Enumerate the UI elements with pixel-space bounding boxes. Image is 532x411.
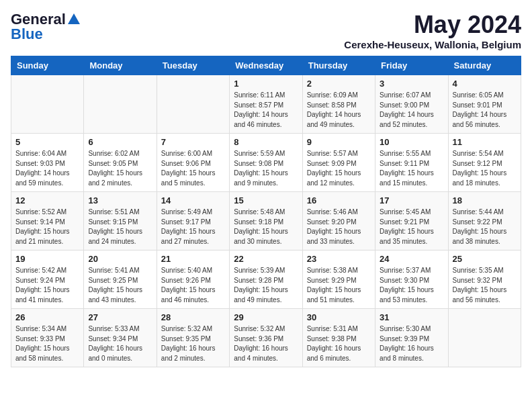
calendar-cell: 7Sunrise: 6:00 AMSunset: 9:06 PMDaylight… [157,134,229,192]
calendar-table: SundayMondayTuesdayWednesdayThursdayFrid… [11,56,521,367]
day-header-sunday: Sunday [11,56,84,75]
cell-content: Sunrise: 5:42 AMSunset: 9:24 PMDaylight:… [15,266,79,305]
cell-content: Sunrise: 6:09 AMSunset: 8:58 PMDaylight:… [307,91,371,130]
cell-content: Sunrise: 6:07 AMSunset: 9:00 PMDaylight:… [380,91,443,130]
location-title: Cerexhe-Heuseux, Wallonia, Belgium [344,39,521,50]
cell-content: Sunrise: 5:52 AMSunset: 9:14 PMDaylight:… [15,208,79,246]
calendar-cell: 5Sunrise: 6:04 AMSunset: 9:03 PMDaylight… [11,134,84,192]
day-header-thursday: Thursday [302,56,375,75]
day-number: 31 [380,312,443,322]
day-number: 6 [88,137,152,147]
cell-content: Sunrise: 6:04 AMSunset: 9:03 PMDaylight:… [15,149,79,188]
cell-content: Sunrise: 5:45 AMSunset: 9:21 PMDaylight:… [380,208,443,246]
day-number: 28 [161,312,225,322]
calendar-cell: 12Sunrise: 5:52 AMSunset: 9:14 PMDayligh… [11,192,84,250]
cell-content: Sunrise: 5:39 AMSunset: 9:28 PMDaylight:… [234,266,298,305]
day-number: 18 [453,195,517,205]
svg-marker-0 [68,13,80,24]
day-number: 22 [234,254,298,264]
day-number: 13 [88,195,152,205]
calendar-cell: 2Sunrise: 6:09 AMSunset: 8:58 PMDaylight… [302,75,375,134]
calendar-cell: 9Sunrise: 5:57 AMSunset: 9:09 PMDaylight… [302,134,375,192]
calendar-cell: 31Sunrise: 5:30 AMSunset: 9:39 PMDayligh… [375,309,448,367]
day-number: 21 [161,254,225,264]
day-number: 24 [380,254,443,264]
day-number: 16 [307,195,371,205]
cell-content: Sunrise: 5:48 AMSunset: 9:18 PMDaylight:… [234,208,298,246]
day-number: 30 [307,312,371,322]
logo-blue: Blue [11,26,43,43]
calendar-cell: 6Sunrise: 6:02 AMSunset: 9:05 PMDaylight… [84,134,157,192]
day-number: 15 [234,195,298,205]
calendar-cell: 18Sunrise: 5:44 AMSunset: 9:22 PMDayligh… [448,192,521,250]
calendar-cell: 25Sunrise: 5:35 AMSunset: 9:32 PMDayligh… [448,250,521,309]
calendar-cell [157,75,229,134]
calendar-cell: 23Sunrise: 5:38 AMSunset: 9:29 PMDayligh… [302,250,375,309]
calendar-cell: 16Sunrise: 5:46 AMSunset: 9:20 PMDayligh… [302,192,375,250]
cell-content: Sunrise: 5:55 AMSunset: 9:11 PMDaylight:… [380,149,443,188]
calendar-cell: 27Sunrise: 5:33 AMSunset: 9:34 PMDayligh… [84,309,157,367]
cell-content: Sunrise: 5:38 AMSunset: 9:29 PMDaylight:… [307,266,371,305]
day-number: 27 [88,312,152,322]
calendar-week-3: 12Sunrise: 5:52 AMSunset: 9:14 PMDayligh… [11,192,521,250]
cell-content: Sunrise: 6:11 AMSunset: 8:57 PMDaylight:… [234,91,298,130]
calendar-cell: 19Sunrise: 5:42 AMSunset: 9:24 PMDayligh… [11,250,84,309]
cell-content: Sunrise: 5:51 AMSunset: 9:15 PMDaylight:… [88,208,152,246]
day-header-monday: Monday [84,56,157,75]
cell-content: Sunrise: 5:57 AMSunset: 9:09 PMDaylight:… [307,149,371,188]
calendar-week-5: 26Sunrise: 5:34 AMSunset: 9:33 PMDayligh… [11,309,521,367]
cell-content: Sunrise: 6:05 AMSunset: 9:01 PMDaylight:… [453,91,517,130]
day-number: 10 [380,137,443,147]
calendar-cell: 14Sunrise: 5:49 AMSunset: 9:17 PMDayligh… [157,192,229,250]
calendar-week-2: 5Sunrise: 6:04 AMSunset: 9:03 PMDaylight… [11,134,521,192]
page-header: General Blue May 2024 Cerexhe-Heuseux, W… [11,11,521,50]
cell-content: Sunrise: 5:44 AMSunset: 9:22 PMDaylight:… [453,208,517,246]
calendar-cell: 3Sunrise: 6:07 AMSunset: 9:00 PMDaylight… [375,75,448,134]
day-number: 2 [307,79,371,89]
cell-content: Sunrise: 5:30 AMSunset: 9:39 PMDaylight:… [380,324,443,363]
cell-content: Sunrise: 6:02 AMSunset: 9:05 PMDaylight:… [88,149,152,188]
day-number: 1 [234,79,298,89]
calendar-cell: 24Sunrise: 5:37 AMSunset: 9:30 PMDayligh… [375,250,448,309]
day-number: 11 [453,137,517,147]
calendar-cell: 4Sunrise: 6:05 AMSunset: 9:01 PMDaylight… [448,75,521,134]
logo-icon [66,12,81,27]
calendar-cell [84,75,157,134]
calendar-cell: 1Sunrise: 6:11 AMSunset: 8:57 PMDaylight… [230,75,302,134]
day-number: 17 [380,195,443,205]
day-number: 9 [307,137,371,147]
cell-content: Sunrise: 5:46 AMSunset: 9:20 PMDaylight:… [307,208,371,246]
cell-content: Sunrise: 5:54 AMSunset: 9:12 PMDaylight:… [453,149,517,188]
day-number: 14 [161,195,225,205]
day-number: 29 [234,312,298,322]
calendar-cell: 20Sunrise: 5:41 AMSunset: 9:25 PMDayligh… [84,250,157,309]
calendar-cell [448,309,521,367]
calendar-cell: 17Sunrise: 5:45 AMSunset: 9:21 PMDayligh… [375,192,448,250]
cell-content: Sunrise: 5:33 AMSunset: 9:34 PMDaylight:… [88,324,152,363]
cell-content: Sunrise: 5:32 AMSunset: 9:36 PMDaylight:… [234,324,298,363]
day-number: 7 [161,137,225,147]
day-number: 12 [15,195,79,205]
day-number: 4 [453,79,517,89]
title-section: May 2024 Cerexhe-Heuseux, Wallonia, Belg… [344,11,521,50]
cell-content: Sunrise: 5:32 AMSunset: 9:35 PMDaylight:… [161,324,225,363]
cell-content: Sunrise: 5:31 AMSunset: 9:38 PMDaylight:… [307,324,371,363]
logo: General Blue [11,11,82,43]
day-number: 20 [88,254,152,264]
cell-content: Sunrise: 5:35 AMSunset: 9:32 PMDaylight:… [453,266,517,305]
calendar-cell: 15Sunrise: 5:48 AMSunset: 9:18 PMDayligh… [230,192,302,250]
month-title: May 2024 [344,11,521,39]
calendar-cell: 22Sunrise: 5:39 AMSunset: 9:28 PMDayligh… [230,250,302,309]
day-header-saturday: Saturday [448,56,521,75]
cell-content: Sunrise: 5:37 AMSunset: 9:30 PMDaylight:… [380,266,443,305]
day-header-tuesday: Tuesday [157,56,229,75]
cell-content: Sunrise: 5:59 AMSunset: 9:08 PMDaylight:… [234,149,298,188]
cell-content: Sunrise: 5:49 AMSunset: 9:17 PMDaylight:… [161,208,225,246]
day-number: 5 [15,137,79,147]
day-number: 25 [453,254,517,264]
day-number: 8 [234,137,298,147]
cell-content: Sunrise: 5:34 AMSunset: 9:33 PMDaylight:… [15,324,79,363]
calendar-cell: 13Sunrise: 5:51 AMSunset: 9:15 PMDayligh… [84,192,157,250]
calendar-cell: 29Sunrise: 5:32 AMSunset: 9:36 PMDayligh… [230,309,302,367]
calendar-week-4: 19Sunrise: 5:42 AMSunset: 9:24 PMDayligh… [11,250,521,309]
